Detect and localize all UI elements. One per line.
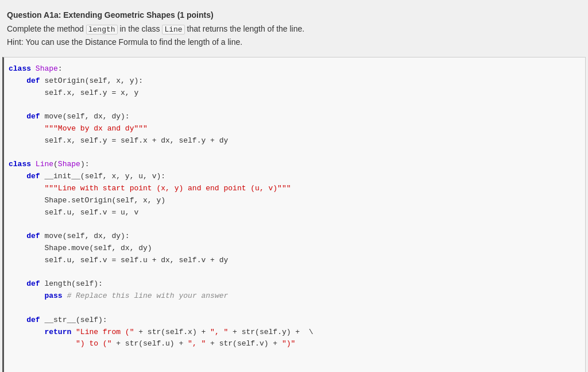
question-header: Question A1a: Extending Geometric Shapes… xyxy=(0,6,588,55)
class-name-inline: Line xyxy=(162,25,184,34)
code-line: Shape.setOrigin(self, x, y) xyxy=(9,195,581,207)
code-line: def setOrigin(self, x, y): xyxy=(9,75,581,87)
code-line xyxy=(9,147,581,159)
code-line: class Shape: xyxy=(9,63,581,75)
code-line: """Move by dx and dy""" xyxy=(9,123,581,135)
code-editor[interactable]: class Shape: def setOrigin(self, x, y): … xyxy=(2,57,586,372)
code-line: def move(self, dx, dy): xyxy=(9,111,581,123)
code-line: def move(self, dx, dy): xyxy=(9,231,581,243)
question-body: Complete the method length in the class … xyxy=(7,24,581,34)
code-line: Shape.move(self, dx, dy) xyxy=(9,243,581,255)
code-line: def length(self): xyxy=(9,278,581,290)
code-line xyxy=(9,362,581,372)
code-line xyxy=(9,218,581,231)
question-title: Question A1a: Extending Geometric Shapes… xyxy=(7,10,581,20)
question-hint: Hint: You can use the Distance Formula t… xyxy=(7,37,581,47)
code-line: def __str__(self): xyxy=(9,315,581,327)
code-line: self.x, self.y = x, y xyxy=(9,87,581,99)
code-line: self.x, self.y = self.x + dx, self.y + d… xyxy=(9,135,581,147)
code-line xyxy=(9,350,581,362)
code-line: ") to (" + str(self.u) + ", " + str(self… xyxy=(9,338,581,350)
code-line: """Line with start point (x, y) and end … xyxy=(9,183,581,195)
code-line: def __init__(self, x, y, u, v): xyxy=(9,171,581,183)
method-name-inline: length xyxy=(86,25,118,34)
page-wrapper: Question A1a: Extending Geometric Shapes… xyxy=(0,0,588,372)
code-line xyxy=(9,99,581,111)
code-line xyxy=(9,267,581,279)
code-line: pass # Replace this line with your answe… xyxy=(9,290,581,302)
code-line: class Line(Shape): xyxy=(9,159,581,171)
code-line: self.u, self.v = self.u + dx, self.v + d… xyxy=(9,255,581,267)
body-suffix: that returns the length of the line. xyxy=(187,24,305,33)
code-line: self.u, self.v = u, v xyxy=(9,207,581,219)
body-prefix: Complete the method xyxy=(7,24,84,33)
code-line: return "Line from (" + str(self.x) + ", … xyxy=(9,327,581,339)
body-middle: in the class xyxy=(119,24,162,33)
code-line xyxy=(9,302,581,315)
